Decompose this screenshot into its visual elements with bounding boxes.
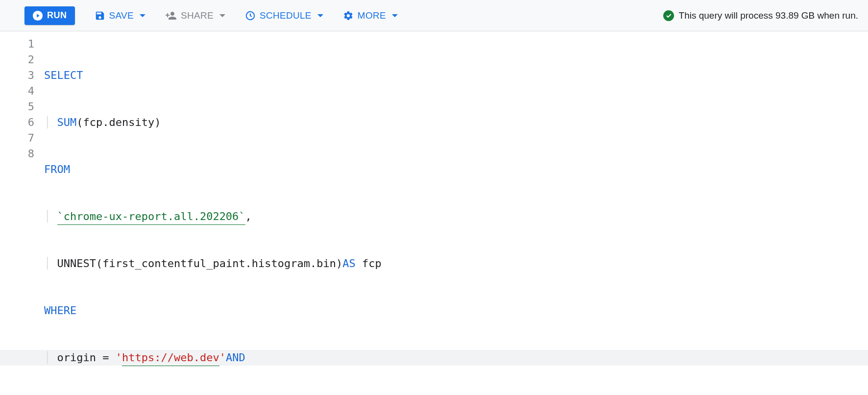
code-area[interactable]: SELECT │ SUM(fcp.density) FROM │ `chrome… — [44, 31, 868, 395]
line-gutter: 1 2 3 4 5 6 7 8 — [0, 31, 44, 395]
tok: `chrome-ux-report.all.202206` — [57, 209, 245, 225]
tok: SELECT — [44, 68, 83, 83]
tok: AS — [342, 256, 356, 272]
line-number: 1 — [0, 36, 34, 52]
run-button[interactable]: RUN — [24, 6, 75, 25]
query-toolbar: RUN SAVE SHARE SCHEDULE MORE This query … — [0, 0, 868, 31]
check-circle-icon — [663, 10, 674, 21]
tok: UNNEST — [57, 256, 96, 272]
person-add-icon — [165, 10, 177, 22]
status-message: This query will process 93.89 GB when ru… — [679, 10, 858, 21]
clock-icon — [245, 10, 256, 21]
line-number: 4 — [0, 83, 34, 99]
share-button[interactable]: SHARE — [165, 10, 225, 22]
tok: SUM — [57, 115, 77, 130]
line-number: 8 — [0, 146, 34, 162]
gear-icon — [343, 10, 354, 21]
more-button[interactable]: MORE — [343, 10, 398, 21]
tok: https://web.dev — [122, 350, 219, 366]
line-number: 2 — [0, 52, 34, 68]
tok: ' — [219, 350, 226, 366]
schedule-label: SCHEDULE — [260, 10, 312, 21]
chevron-down-icon — [140, 14, 145, 17]
schedule-button[interactable]: SCHEDULE — [245, 10, 323, 21]
tok: FROM — [44, 162, 70, 177]
line-number: 6 — [0, 115, 34, 130]
tok: origin = — [57, 350, 116, 366]
sql-editor[interactable]: 1 2 3 4 5 6 7 8 SELECT │ SUM(fcp.density… — [0, 31, 868, 395]
more-label: MORE — [358, 10, 386, 21]
line-number: 3 — [0, 68, 34, 83]
line-number: 7 — [0, 130, 34, 146]
tok: fcp — [356, 256, 382, 272]
play-circle-icon — [32, 10, 43, 21]
chevron-down-icon — [392, 14, 398, 17]
tok: (fcp.density) — [76, 115, 161, 130]
chevron-down-icon — [219, 14, 225, 17]
query-status: This query will process 93.89 GB when ru… — [663, 10, 858, 21]
line-number: 5 — [0, 99, 34, 115]
save-icon — [95, 10, 105, 21]
save-label: SAVE — [109, 10, 134, 21]
tok: WHERE — [44, 303, 76, 319]
tok: AND — [226, 350, 245, 366]
run-label: RUN — [47, 10, 67, 21]
save-button[interactable]: SAVE — [95, 10, 145, 21]
share-label: SHARE — [181, 10, 214, 21]
tok: (first_contentful_paint.histogram.bin) — [96, 256, 342, 272]
tok: ' — [116, 350, 122, 366]
tok: , — [245, 209, 252, 224]
chevron-down-icon — [317, 14, 323, 17]
